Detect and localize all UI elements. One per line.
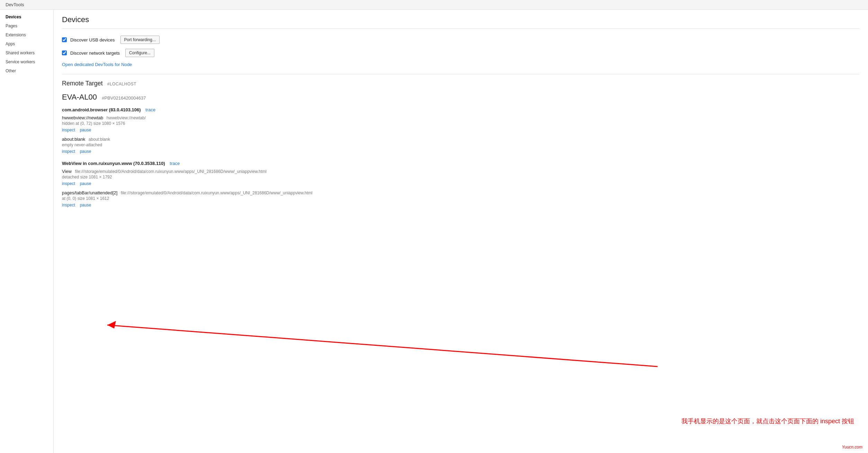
remote-target-label: Remote Target: [62, 80, 103, 87]
page-title: Devices: [62, 15, 860, 29]
sidebar-item-shared-workers[interactable]: Shared workers: [0, 48, 53, 57]
sidebar-item-pages[interactable]: Pages: [0, 21, 53, 30]
tab-entry-1: hwwebview://newtab hwwebview://newtab/ h…: [62, 115, 860, 132]
tab4-info: at (0, 0) size 1081 × 1612: [62, 196, 860, 201]
tab3-actions: inspect pause: [62, 181, 860, 186]
browser1-trace-link[interactable]: trace: [145, 107, 155, 112]
sidebar-item-devices[interactable]: Devices: [0, 12, 53, 21]
tab3-url: View file:///storage/emulated/0/Android/…: [62, 169, 860, 174]
tab3-pause-link[interactable]: pause: [80, 181, 91, 186]
yuucn-watermark: Yuucn.com: [842, 445, 862, 450]
section-divider: [62, 74, 860, 74]
remote-target-heading: Remote Target #LOCALHOST: [62, 80, 860, 87]
tab-entry-4: pages/tabBar/unattended[2] file:///stora…: [62, 190, 860, 207]
tab2-actions: inspect pause: [62, 149, 860, 154]
browser-name-1: com.android.browser (83.0.4103.106) trac…: [62, 107, 860, 112]
tab2-pause-link[interactable]: pause: [80, 149, 91, 154]
tab4-url: pages/tabBar/unattended[2] file:///stora…: [62, 190, 860, 195]
tab4-pause-link[interactable]: pause: [80, 203, 91, 207]
sidebar-item-extensions[interactable]: Extensions: [0, 30, 53, 39]
tab-entry-3: View file:///storage/emulated/0/Android/…: [62, 169, 860, 186]
device-name: EVA-AL00 #PBV0216420004637: [62, 93, 860, 102]
tab2-url: about:blank about:blank: [62, 137, 860, 142]
discover-network-label: Discover network targets: [70, 50, 120, 56]
sidebar-item-apps[interactable]: Apps: [0, 39, 53, 48]
tab3-inspect-link[interactable]: inspect: [62, 181, 75, 186]
browser-entry-2: WebView in com.ruixunyun.www (70.0.3538.…: [62, 161, 860, 207]
sidebar-item-other[interactable]: Other: [0, 66, 53, 75]
open-devtools-link[interactable]: Open dedicated DevTools for Node: [62, 62, 860, 67]
sidebar-item-service-workers[interactable]: Service workers: [0, 57, 53, 66]
tab4-inspect-link[interactable]: inspect: [62, 203, 75, 207]
sidebar: Devices Pages Extensions Apps Shared wor…: [0, 10, 54, 453]
discover-usb-label: Discover USB devices: [70, 37, 115, 43]
top-bar: DevTools: [0, 0, 868, 10]
tab1-inspect-link[interactable]: inspect: [62, 128, 75, 132]
main-content: Devices Discover USB devices Port forwar…: [54, 10, 868, 453]
discover-usb-checkbox[interactable]: [62, 37, 67, 42]
tab2-info: empty never-attached: [62, 142, 860, 147]
app-title: DevTools: [6, 2, 24, 7]
tab1-url: hwwebview://newtab hwwebview://newtab/: [62, 115, 860, 120]
tab2-inspect-link[interactable]: inspect: [62, 149, 75, 154]
device-id: #PBV0216420004637: [102, 95, 146, 101]
device-name-label: EVA-AL00: [62, 93, 97, 101]
tab1-pause-link[interactable]: pause: [80, 128, 91, 132]
tab3-info: detached size 1081 × 1792: [62, 175, 860, 179]
tab-entry-2: about:blank about:blank empty never-atta…: [62, 137, 860, 154]
discover-network-checkbox[interactable]: [62, 50, 67, 55]
remote-target-hash: #LOCALHOST: [107, 82, 136, 86]
main-layout: Devices Pages Extensions Apps Shared wor…: [0, 10, 868, 453]
browser2-trace-link[interactable]: trace: [170, 161, 180, 166]
port-forwarding-button[interactable]: Port forwarding...: [120, 36, 160, 44]
tab1-actions: inspect pause: [62, 127, 860, 132]
discover-usb-row: Discover USB devices Port forwarding...: [62, 36, 860, 44]
tab1-info: hidden at (0, 72) size 1080 × 1576: [62, 121, 860, 126]
browser-entry-1: com.android.browser (83.0.4103.106) trac…: [62, 107, 860, 154]
tab4-actions: inspect pause: [62, 202, 860, 207]
discover-network-row: Discover network targets Configure...: [62, 49, 860, 57]
configure-button[interactable]: Configure...: [125, 49, 154, 57]
browser-name-2: WebView in com.ruixunyun.www (70.0.3538.…: [62, 161, 860, 166]
